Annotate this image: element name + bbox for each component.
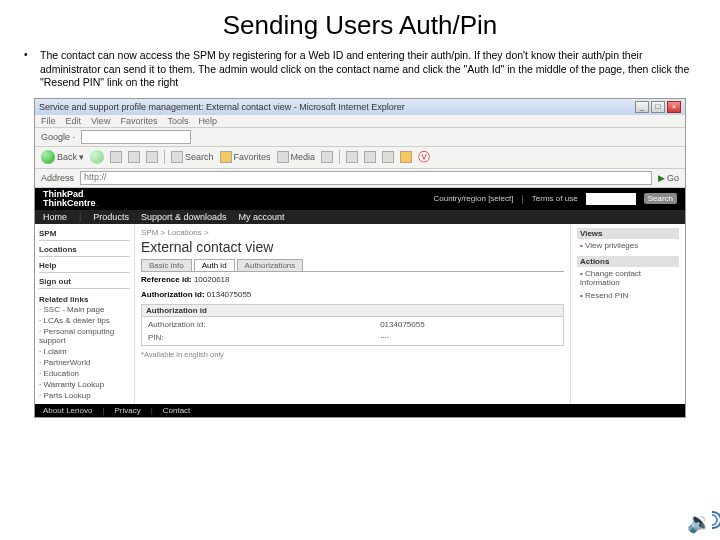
primary-nav: Home| Products Support & downloads My ac… xyxy=(35,210,685,224)
sidebar-item-spm[interactable]: SPM xyxy=(39,227,130,241)
close-button[interactable]: × xyxy=(667,101,681,113)
google-label: Google · xyxy=(41,132,75,142)
media-icon xyxy=(277,151,289,163)
home-button[interactable] xyxy=(146,151,158,163)
menu-tools[interactable]: Tools xyxy=(167,116,188,126)
google-search-input[interactable] xyxy=(81,130,191,144)
nav-home[interactable]: Home xyxy=(43,212,67,222)
media-button[interactable]: Media xyxy=(277,151,316,163)
ie-titlebar: Service and support profile management: … xyxy=(35,99,685,115)
actions-header: Actions xyxy=(577,256,679,267)
mail-button[interactable] xyxy=(346,151,358,163)
tab-row: Basic info Auth id Authorizations xyxy=(141,259,564,272)
left-sidebar: SPM Locations Help Sign out Related link… xyxy=(35,224,135,404)
change-contact-link[interactable]: Change contact information xyxy=(577,267,679,289)
footer-about[interactable]: About Lenovo xyxy=(43,406,92,415)
back-icon xyxy=(41,150,55,164)
menu-help[interactable]: Help xyxy=(198,116,217,126)
menu-file[interactable]: File xyxy=(41,116,56,126)
sidebar-item-signout[interactable]: Sign out xyxy=(39,275,130,289)
search-icon xyxy=(171,151,183,163)
back-button[interactable]: Back ▾ xyxy=(41,150,84,164)
country-select[interactable]: Country/region [select] xyxy=(433,194,513,203)
tab-auth-id[interactable]: Auth id xyxy=(194,259,235,271)
menu-edit[interactable]: Edit xyxy=(66,116,82,126)
related-warranty[interactable]: Warranty Lookup xyxy=(39,379,130,390)
nav-support[interactable]: Support & downloads xyxy=(141,212,227,222)
browser-screenshot: Service and support profile management: … xyxy=(34,98,686,418)
menu-view[interactable]: View xyxy=(91,116,110,126)
resend-pin-link[interactable]: Resend PIN xyxy=(577,289,679,302)
related-ssc[interactable]: SSC - Main page xyxy=(39,304,130,315)
tab-basic-info[interactable]: Basic info xyxy=(141,259,192,271)
address-label: Address xyxy=(41,173,74,183)
related-education[interactable]: Education xyxy=(39,368,130,379)
english-only-note: *Available in english only xyxy=(141,346,564,359)
site-search-button[interactable]: Search xyxy=(644,193,677,204)
main-column: SPM > Locations > External contact view … xyxy=(135,224,570,404)
edit-button[interactable] xyxy=(382,151,394,163)
stop-button[interactable] xyxy=(110,151,122,163)
reference-id-line: Reference id: 10020618 xyxy=(141,272,564,287)
ie-menubar: File Edit View Favorites Tools Help xyxy=(35,115,685,128)
sidebar-item-locations[interactable]: Locations xyxy=(39,243,130,257)
refresh-button[interactable] xyxy=(128,151,140,163)
go-button[interactable]: ▶Go xyxy=(658,173,679,183)
table-row: Authorization id:0134075055 xyxy=(144,319,561,330)
views-header: Views xyxy=(577,228,679,239)
page-title: External contact view xyxy=(141,237,564,259)
address-input[interactable]: http:// xyxy=(80,171,652,185)
messenger-icon[interactable] xyxy=(400,151,412,163)
footer-privacy[interactable]: Privacy xyxy=(114,406,140,415)
terms-link[interactable]: Terms of use xyxy=(532,194,578,203)
maximize-button[interactable]: □ xyxy=(651,101,665,113)
bullet-text: The contact can now access the SPM by re… xyxy=(40,49,696,90)
view-privileges-link[interactable]: View privileges xyxy=(577,239,679,252)
search-button[interactable]: Search xyxy=(171,151,214,163)
tab-authorizations[interactable]: Authorizations xyxy=(237,259,304,271)
print-button[interactable] xyxy=(364,151,376,163)
lenovo-logo: ThinkPad. ThinkCentre. xyxy=(43,190,98,208)
site-search-input[interactable] xyxy=(586,193,636,205)
related-partnerworld[interactable]: PartnerWorld xyxy=(39,357,130,368)
favorites-button[interactable]: Favorites xyxy=(220,151,271,163)
page-content: SPM Locations Help Sign out Related link… xyxy=(35,224,685,404)
auth-id-box: Authorization id Authorization id:013407… xyxy=(141,304,564,346)
google-toolbar: Google · xyxy=(35,128,685,147)
slide-bullet: • The contact can now access the SPM by … xyxy=(0,49,720,98)
ie-toolbar: Back ▾ Search Favorites Media ⓥ xyxy=(35,147,685,169)
slide-title: Sending Users Auth/Pin xyxy=(0,0,720,49)
nav-account[interactable]: My account xyxy=(238,212,284,222)
star-icon xyxy=(220,151,232,163)
related-lcas[interactable]: LCAs & dealer tips xyxy=(39,315,130,326)
av-icon[interactable]: ⓥ xyxy=(418,149,430,166)
related-parts[interactable]: Parts Lookup xyxy=(39,390,130,401)
footer-contact[interactable]: Contact xyxy=(163,406,191,415)
lenovo-footer: About Lenovo| Privacy| Contact xyxy=(35,404,685,417)
menu-favorites[interactable]: Favorites xyxy=(120,116,157,126)
bullet-marker: • xyxy=(24,49,40,90)
ie-window-title: Service and support profile management: … xyxy=(39,102,405,112)
lenovo-header: ThinkPad. ThinkCentre. Country/region [s… xyxy=(35,188,685,210)
history-button[interactable] xyxy=(321,151,333,163)
actions-box: Actions Change contact information Resen… xyxy=(577,256,679,302)
ie-addressbar: Address http:// ▶Go xyxy=(35,169,685,188)
minimize-button[interactable]: _ xyxy=(635,101,649,113)
forward-button[interactable] xyxy=(90,150,104,164)
related-iclaim[interactable]: I.claim xyxy=(39,346,130,357)
speaker-icon: 🔉 xyxy=(687,510,712,534)
related-links-label: Related links xyxy=(39,295,130,304)
table-row: PIN:···· xyxy=(144,332,561,343)
breadcrumb: SPM > Locations > xyxy=(141,228,564,237)
related-pc-support[interactable]: Personal computing support xyxy=(39,326,130,346)
authorization-id-line: Authorization id: 0134075055 xyxy=(141,287,564,302)
sidebar-item-help[interactable]: Help xyxy=(39,259,130,273)
nav-products[interactable]: Products xyxy=(93,212,129,222)
auth-box-title: Authorization id xyxy=(142,305,563,317)
views-box: Views View privileges xyxy=(577,228,679,252)
right-sidebar: Views View privileges Actions Change con… xyxy=(570,224,685,404)
